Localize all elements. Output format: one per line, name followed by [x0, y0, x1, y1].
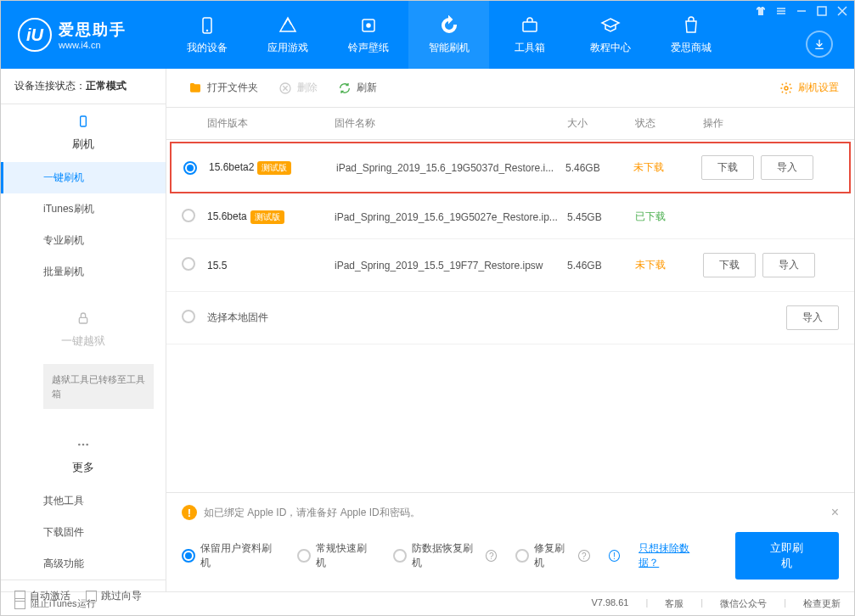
ringtone-icon [358, 15, 379, 36]
option-recovery[interactable]: 防数据恢复刷机? [393, 541, 497, 570]
warning-icon: ! [182, 505, 197, 520]
table-header: 固件版本 固件名称 大小 状态 操作 [166, 108, 854, 140]
version-text: 15.6beta [207, 210, 247, 222]
col-version: 固件版本 [207, 116, 335, 131]
folder-icon [188, 81, 202, 95]
svg-point-1 [206, 30, 207, 31]
svg-rect-5 [818, 7, 826, 15]
minimize-button[interactable] [795, 4, 808, 18]
tutorial-icon [600, 15, 621, 36]
firmware-status: 已下载 [635, 210, 703, 224]
col-name: 固件名称 [335, 116, 567, 131]
sidebar-group-more[interactable]: 更多 [1, 428, 166, 485]
close-warning-button[interactable]: × [831, 505, 839, 520]
import-button[interactable]: 导入 [761, 155, 813, 180]
radio-select[interactable] [182, 209, 195, 222]
beta-badge: 测试版 [257, 161, 291, 175]
firmware-name: iPad_Spring_2019_15.5_19F77_Restore.ipsw [335, 260, 567, 272]
import-local-button[interactable]: 导入 [786, 305, 839, 330]
download-manager-button[interactable] [806, 31, 833, 58]
device-info: iPad Air 3 64GB iPad [1, 612, 166, 616]
flash-now-button[interactable]: 立即刷机 [735, 532, 839, 580]
tab-toolbox[interactable]: 工具箱 [489, 1, 570, 69]
option-repair[interactable]: 修复刷机? [515, 541, 589, 570]
svg-rect-6 [81, 116, 87, 126]
maximize-button[interactable] [815, 4, 829, 18]
firmware-size: 5.46GB [565, 162, 633, 174]
svg-point-8 [78, 444, 81, 446]
col-status: 状态 [635, 116, 703, 131]
service-link[interactable]: 客服 [665, 597, 683, 610]
sidebar-item-other-tools[interactable]: 其他工具 [1, 485, 166, 517]
skin-button[interactable] [754, 4, 768, 18]
sidebar-group-jailbreak: 一键越狱 [1, 301, 166, 359]
main-content: 打开文件夹 删除 刷新 刷机设置 固件版本 固件名称 大小 状态 操作 [166, 69, 854, 591]
lock-icon [76, 311, 90, 325]
tab-tutorial[interactable]: 教程中心 [570, 1, 650, 69]
wechat-link[interactable]: 微信公众号 [720, 597, 767, 610]
check-update-link[interactable]: 检查更新 [803, 597, 841, 610]
download-button[interactable]: 下载 [703, 253, 756, 277]
help-icon[interactable]: ? [578, 550, 590, 562]
radio-local[interactable] [182, 310, 195, 323]
firmware-name: iPad_Spring_2019_15.6_19G5027e_Restore.i… [335, 211, 567, 223]
firmware-row[interactable]: 15.6beta测试版 iPad_Spring_2019_15.6_19G502… [166, 195, 854, 239]
firmware-row[interactable]: 15.5 iPad_Spring_2019_15.5_19F77_Restore… [166, 239, 854, 292]
download-button[interactable]: 下载 [701, 155, 754, 180]
local-firmware-row[interactable]: 选择本地固件 导入 [166, 292, 854, 344]
sidebar-item-batch[interactable]: 批量刷机 [1, 256, 166, 288]
window-controls [754, 4, 849, 18]
sidebar-group-flash[interactable]: 刷机 [1, 104, 166, 162]
svg-point-9 [82, 444, 85, 446]
apps-icon [278, 15, 298, 36]
radio-select[interactable] [183, 161, 197, 175]
tab-my-device[interactable]: 我的设备 [166, 1, 247, 69]
flash-settings-button[interactable]: 刷机设置 [779, 81, 839, 95]
firmware-status: 未下载 [635, 258, 703, 272]
toolbar: 打开文件夹 删除 刷新 刷机设置 [166, 69, 854, 108]
col-actions: 操作 [703, 116, 839, 131]
close-button[interactable] [835, 4, 849, 18]
beta-badge: 测试版 [250, 210, 284, 224]
sidebar-item-pro[interactable]: 专业刷机 [1, 225, 166, 256]
sidebar: 设备连接状态：正常模式 刷机 一键刷机 iTunes刷机 专业刷机 批量刷机 一… [1, 69, 166, 591]
import-button[interactable]: 导入 [762, 253, 815, 277]
flash-icon [439, 15, 459, 36]
app-name: 爱思助手 [59, 20, 127, 40]
firmware-status: 未下载 [633, 160, 701, 175]
menu-button[interactable] [774, 4, 788, 18]
svg-point-3 [367, 24, 370, 27]
info-icon[interactable]: ! [609, 550, 621, 562]
firmware-row[interactable]: 15.6beta2测试版 iPad_Spring_2019_15.6_19G50… [170, 142, 851, 193]
gear-icon [779, 81, 793, 95]
version-label: V7.98.61 [591, 597, 628, 610]
col-size: 大小 [567, 116, 635, 131]
sidebar-item-itunes[interactable]: iTunes刷机 [1, 193, 166, 225]
svg-rect-7 [79, 317, 87, 323]
store-icon [681, 15, 701, 36]
tab-apps[interactable]: 应用游戏 [247, 1, 328, 69]
refresh-icon [338, 81, 352, 95]
tab-store[interactable]: 爱思商城 [650, 1, 731, 69]
radio-select[interactable] [182, 257, 195, 271]
option-normal[interactable]: 常规快速刷机 [297, 541, 374, 570]
option-keep-data[interactable]: 保留用户资料刷机 [182, 541, 278, 570]
device-icon [197, 15, 217, 36]
phone-icon [76, 115, 90, 128]
tab-ringtone[interactable]: 铃声壁纸 [328, 1, 408, 69]
open-folder-button[interactable]: 打开文件夹 [182, 77, 265, 98]
sidebar-item-download-fw[interactable]: 下载固件 [1, 517, 166, 548]
refresh-button[interactable]: 刷新 [331, 77, 384, 98]
logo-area: iU 爱思助手 www.i4.cn [1, 18, 166, 52]
jailbreak-notice: 越狱工具已转移至工具箱 [43, 364, 154, 409]
block-itunes-checkbox[interactable]: 阻止iTunes运行 [14, 597, 96, 610]
logo-icon: iU [18, 18, 52, 52]
help-icon[interactable]: ? [486, 550, 498, 562]
erase-data-link[interactable]: 只想抹除数据？ [638, 541, 707, 570]
sidebar-item-advanced[interactable]: 高级功能 [1, 548, 166, 580]
bottom-panel: ! 如已绑定 Apple ID，请准备好 Apple ID和密码。 × 保留用户… [166, 492, 854, 591]
sidebar-item-oneclick[interactable]: 一键刷机 [1, 162, 166, 193]
app-url: www.i4.cn [59, 40, 127, 50]
app-header: iU 爱思助手 www.i4.cn 我的设备 应用游戏 铃声壁纸 智能刷机 工具… [1, 1, 854, 69]
tab-smart-flash[interactable]: 智能刷机 [408, 1, 489, 69]
